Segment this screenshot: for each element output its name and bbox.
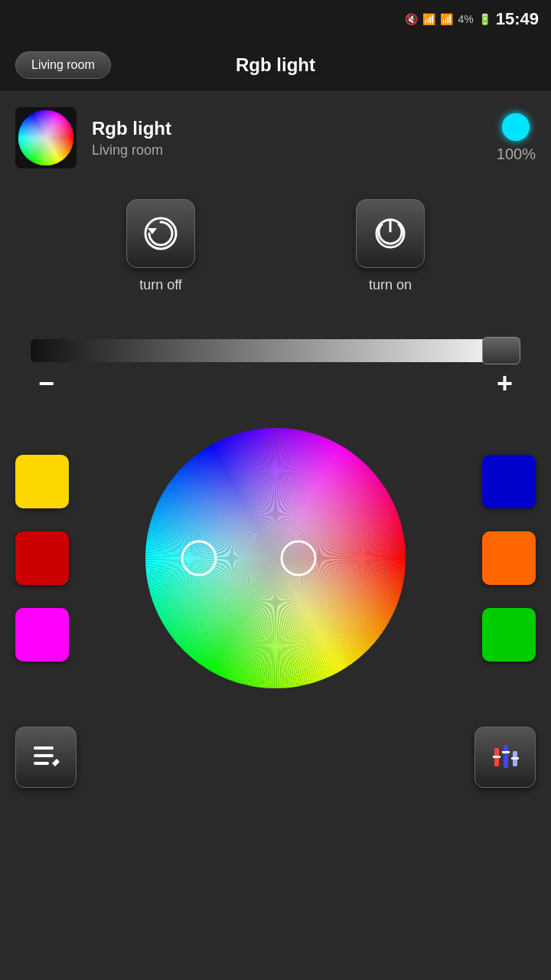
swatch-red[interactable]: [15, 531, 69, 585]
status-time: 15:49: [496, 9, 539, 29]
device-details: Rgb light Living room: [92, 118, 171, 158]
turn-on-label: turn on: [369, 277, 412, 293]
brightness-plus-button[interactable]: +: [489, 370, 520, 397]
device-icon: [15, 107, 77, 168]
status-bar: 🔇 📶 📶 4% 🔋 15:49: [0, 0, 551, 38]
turn-on-wrap: turn on: [356, 199, 425, 293]
svg-rect-11: [493, 756, 500, 758]
swatch-blue[interactable]: [482, 455, 536, 508]
color-area: [0, 413, 551, 704]
svg-marker-7: [52, 759, 60, 766]
list-edit-icon: [29, 740, 63, 774]
controls-row: turn off turn on: [0, 184, 551, 309]
svg-rect-13: [511, 757, 519, 760]
device-name: Rgb light: [92, 118, 171, 139]
device-info: Rgb light Living room 100%: [0, 92, 551, 176]
swatch-green[interactable]: [482, 608, 536, 662]
svg-rect-12: [502, 751, 510, 753]
refresh-icon: [142, 214, 180, 253]
color-wheel-wrap[interactable]: [138, 420, 413, 696]
svg-rect-4: [34, 746, 54, 750]
swatch-orange[interactable]: [482, 531, 536, 585]
list-edit-button[interactable]: [15, 727, 77, 788]
svg-rect-5: [34, 754, 54, 757]
svg-rect-9: [504, 745, 508, 768]
battery-text: 4%: [458, 13, 473, 25]
turn-off-wrap: turn off: [126, 199, 195, 293]
svg-rect-6: [34, 762, 49, 765]
turn-on-button[interactable]: [356, 199, 425, 268]
slider-thumb[interactable]: [482, 337, 520, 364]
turn-off-label: turn off: [139, 277, 182, 293]
slider-track[interactable]: [31, 339, 520, 362]
battery-icon: 🔋: [478, 13, 491, 25]
brightness-slider-area: − +: [0, 324, 551, 413]
status-dot: [502, 113, 530, 141]
brightness-minus-button[interactable]: −: [31, 370, 62, 397]
slider-controls: − +: [31, 362, 520, 405]
page-title: Rgb light: [236, 54, 315, 76]
status-icons: 🔇 📶 📶 4% 🔋 15:49: [405, 9, 539, 29]
swatch-yellow[interactable]: [15, 455, 69, 508]
signal-icon: 📶: [440, 13, 453, 25]
power-icon: [371, 214, 409, 253]
equalizer-icon: [488, 740, 522, 774]
swatch-magenta[interactable]: [15, 608, 69, 662]
bottom-buttons: [0, 711, 551, 788]
room-button[interactable]: Living room: [15, 51, 111, 79]
equalizer-button[interactable]: [474, 727, 536, 788]
swatches-right: [482, 455, 536, 662]
device-status: 100%: [497, 113, 536, 163]
color-wheel[interactable]: [138, 420, 413, 696]
device-room: Living room: [92, 142, 171, 158]
status-percent: 100%: [497, 145, 536, 163]
mute-icon: 🔇: [405, 13, 418, 25]
wifi-icon: 📶: [422, 13, 435, 25]
swatches-left: [15, 455, 69, 662]
header: Living room Rgb light: [0, 38, 551, 92]
turn-off-button[interactable]: [126, 199, 195, 268]
